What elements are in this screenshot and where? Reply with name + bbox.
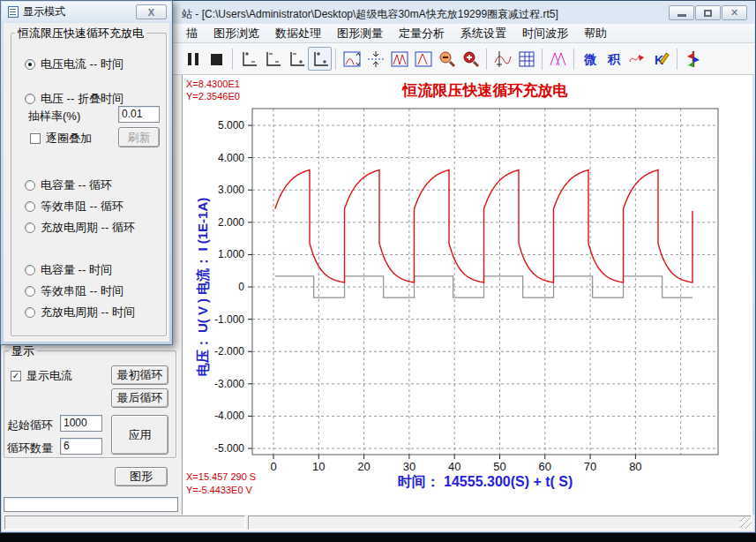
svg-text:微: 微 [583,52,597,66]
zoom-in-button[interactable] [459,47,483,71]
overlay-peaks-button[interactable] [546,47,570,71]
radio-unselected[interactable] [25,180,35,191]
axis-scale-3-button[interactable] [284,47,308,71]
menu-item-3[interactable]: 数据处理 [267,24,329,43]
stop-button[interactable] [205,47,228,71]
menu-item-1[interactable]: 描 [178,24,206,43]
show-current-row[interactable]: ✓ 显示电流 [11,368,72,384]
x-tick-label: 70 [584,460,596,473]
radio-row[interactable]: 电压电流 -- 时间 [25,56,124,72]
radio-unselected[interactable] [25,307,35,318]
minimize-button[interactable] [669,5,694,20]
svg-text:积: 积 [607,52,621,66]
window-title: 站 - [C:\Users\Administrator\Desktop\超级电容… [182,7,558,22]
toolbar-separator [542,49,543,70]
radio-row[interactable]: 电压 -- 折叠时间 [25,91,124,107]
menu-item-6[interactable]: 系统设置 [453,24,514,43]
radio-row[interactable]: 等效串阻 -- 循环 [25,199,124,215]
restore-icon [704,10,712,17]
axis-scale-1-icon [238,49,259,70]
derivative-button[interactable]: 微 [578,47,602,71]
start-cycle-input[interactable]: 1000 [60,415,102,432]
cycle-count-input[interactable]: 6 [60,438,102,455]
radio-label: 电压电流 -- 时间 [41,56,124,72]
close-icon: ✕ [730,7,738,19]
panel-bottom-input[interactable] [4,497,178,512]
plot-border [252,109,718,455]
radio-unselected[interactable] [25,94,35,104]
radio-label: 等效串阻 -- 循环 [41,199,124,215]
derivative-icon: 微 [580,49,601,70]
radio-unselected[interactable] [25,286,35,297]
full-view-button[interactable] [387,47,411,71]
radio-row[interactable]: 充放电周期 -- 时间 [25,305,135,320]
x-tick-label: 30 [403,460,415,473]
toolbar-separator [335,49,336,70]
apply-button[interactable]: 应用 [111,415,168,455]
zoom-window-button[interactable] [411,47,435,71]
overlay-checkbox-label: 逐圈叠加 [46,131,92,147]
refresh-button[interactable]: 刷新 [118,127,160,147]
resize-grip[interactable] [740,517,752,529]
radio-row[interactable]: 充放电周期 -- 循环 [25,220,135,236]
dialog-icon [8,6,19,18]
cursor-readout-x-bottom: X=15.457 290 S [186,471,256,482]
start-cycle-label: 起始循环 [7,418,53,433]
annotate-button[interactable]: K [649,47,673,71]
y-tick-label: 0 [238,281,244,293]
data-table-button[interactable] [514,47,538,71]
restore-button[interactable] [695,5,721,20]
radio-unselected[interactable] [25,265,35,275]
radio-unselected[interactable] [25,222,35,233]
x-axis-label: 时间： 14555.300(S) + t( S) [252,473,718,492]
overlay-checkbox[interactable] [30,133,41,144]
radio-unselected[interactable] [25,201,35,212]
status-cell-2 [248,516,752,530]
axis-scale-2-button[interactable] [260,47,284,71]
full-view-icon [389,49,410,70]
y-tick-label: -5.000 [214,442,244,455]
axis-scale-1-button[interactable] [236,47,260,71]
cycle-count-label: 循环数量 [7,440,53,456]
menu-item-5[interactable]: 定量分析 [391,24,453,43]
radio-label: 等效串阻 -- 时间 [41,283,124,299]
close-button[interactable]: ✕ [722,5,747,20]
y-tick-label: 5.000 [218,119,244,132]
integral-button[interactable]: 积 [602,47,625,71]
menu-item-4[interactable]: 图形测量 [329,24,391,43]
radio-row[interactable]: 电容量 -- 循环 [25,177,112,193]
chart-canvas: 010203040506070805.0004.0003.0002.0001.0… [183,75,752,516]
pause-icon [183,49,204,70]
dialog-body: 恒流限压快速循环充放电 电压电流 -- 时间电压 -- 折叠时间 抽样率(%) … [4,23,169,342]
toolbar-separator [677,49,677,70]
smooth-curve-button[interactable] [625,47,649,71]
x-tick-label: 20 [357,460,370,473]
y-tick-label: 1.000 [218,248,244,260]
radio-row[interactable]: 电容量 -- 时间 [25,262,112,278]
center-curve-button[interactable] [363,47,387,71]
y-tick-label: -4.000 [214,410,244,422]
last-cycle-button[interactable]: 最后循环 [111,388,168,408]
autoscale-y-button[interactable] [340,47,363,71]
menu-item-7[interactable]: 时间波形 [514,24,576,43]
overlay-row[interactable]: 逐圈叠加 [30,131,92,147]
statusbar [2,515,754,531]
axis-scale-4-button[interactable] [308,47,332,71]
menu-item-2[interactable]: 图形浏览 [206,24,267,43]
dialog-close-button[interactable]: X [136,4,167,19]
sample-rate-input[interactable]: 0.01 [118,106,160,123]
y-tick-label: -3.000 [214,378,244,390]
graph-button[interactable]: 图形 [115,467,168,486]
menu-item-8[interactable]: 帮助 [576,24,615,43]
radio-row[interactable]: 等效串阻 -- 时间 [25,283,124,299]
toolbar-separator [486,49,487,70]
zoom-out-button[interactable] [435,47,459,71]
show-current-checkbox[interactable]: ✓ [11,371,21,381]
waveform-3d-button[interactable] [681,47,705,71]
radio-selected[interactable] [25,59,35,70]
crosshair-measure-button[interactable] [490,47,514,71]
first-cycle-button[interactable]: 最初循环 [111,365,168,385]
center-curve-icon [365,49,386,70]
y-tick-label: -1.000 [214,313,244,326]
pause-button[interactable] [181,47,205,71]
